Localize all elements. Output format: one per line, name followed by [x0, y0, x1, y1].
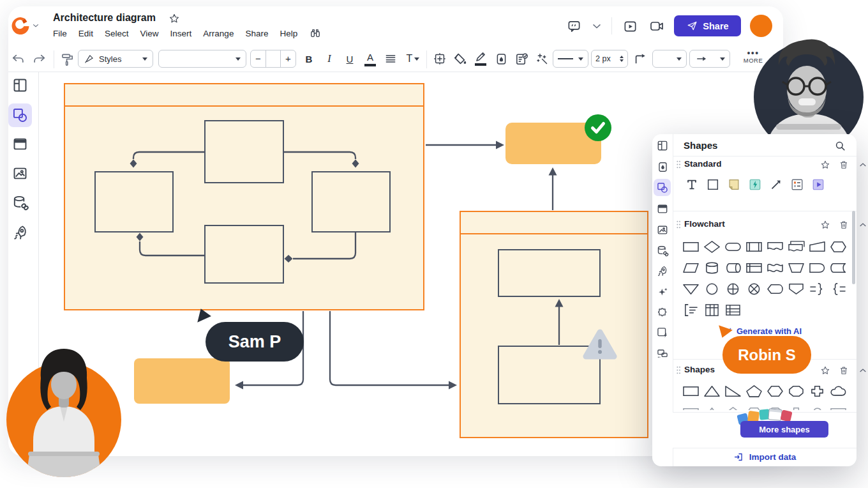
logo-chevron-down-icon[interactable]	[31, 20, 41, 31]
bold-button[interactable]: B	[301, 50, 317, 67]
stepper-arrows-icon[interactable]	[620, 56, 624, 62]
font-size-minus[interactable]: −	[251, 50, 266, 67]
shape-presentation[interactable]	[810, 176, 826, 192]
menu-edit[interactable]: Edit	[79, 29, 93, 38]
shape-preparation[interactable]	[828, 239, 848, 254]
line-width-stepper[interactable]: 2 px	[591, 50, 628, 68]
diagram-box-right[interactable]	[311, 171, 391, 233]
shape-sticky-note[interactable]	[726, 176, 742, 192]
sidebar-item-frames[interactable]	[11, 135, 29, 153]
font-size-plus[interactable]: +	[280, 50, 296, 67]
rail-integrations-icon[interactable]	[655, 305, 670, 320]
panel-scrollbar[interactable]	[852, 211, 855, 284]
italic-button[interactable]: I	[321, 50, 338, 67]
sidebar-item-data[interactable]	[11, 194, 30, 213]
generate-ai-link[interactable]: Generate with AI	[722, 326, 802, 336]
menu-arrange[interactable]: Arrange	[203, 29, 234, 38]
import-data-link[interactable]: Import data	[673, 447, 857, 466]
diagram-box-bottom[interactable]	[204, 225, 284, 284]
shape-predefined-process[interactable]	[744, 239, 764, 254]
favorite-star-icon[interactable]	[819, 365, 830, 376]
position-button[interactable]	[431, 50, 448, 67]
shape-manual-input[interactable]	[807, 239, 827, 254]
notes-button[interactable]	[513, 50, 530, 67]
shape-octagon[interactable]	[786, 383, 806, 399]
trash-icon[interactable]	[838, 365, 849, 376]
line-color-button[interactable]	[472, 50, 489, 68]
undo-button[interactable]	[10, 51, 27, 68]
present-icon[interactable]	[622, 18, 638, 34]
comment-icon[interactable]	[565, 18, 582, 34]
shape-paper-tape[interactable]	[765, 260, 785, 275]
header-chevron-down-icon[interactable]	[590, 19, 604, 33]
shape-cloud[interactable]	[828, 383, 848, 399]
menu-help[interactable]: Help	[280, 29, 297, 38]
diagram-box-c2-top[interactable]	[498, 249, 601, 297]
line-endpoint-dropdown[interactable]	[652, 50, 687, 68]
shape-text[interactable]	[684, 176, 700, 192]
rail-ai-icon[interactable]	[655, 284, 670, 300]
drag-handle-icon[interactable]	[676, 365, 681, 375]
shape-right-triangle[interactable]	[723, 383, 743, 399]
shape-off-page[interactable]	[786, 281, 806, 296]
rail-images-icon[interactable]	[655, 222, 670, 238]
shape-row-table[interactable]	[723, 302, 743, 317]
rail-actions-icon[interactable]	[655, 325, 670, 340]
menu-view[interactable]: View	[140, 29, 159, 38]
redo-button[interactable]	[31, 51, 47, 68]
trash-icon[interactable]	[838, 219, 849, 230]
sidebar-item-shapes[interactable]	[8, 103, 32, 127]
shape-delay[interactable]	[807, 260, 827, 275]
menu-share[interactable]: Share	[245, 29, 268, 38]
diagram-highlight-box-left[interactable]	[134, 358, 230, 404]
shape-process[interactable]	[681, 239, 701, 254]
shape-triangle[interactable]	[702, 383, 722, 399]
rail-shapes-icon[interactable]	[655, 180, 670, 195]
fill-color-button[interactable]	[452, 50, 468, 67]
text-options-button[interactable]: T	[403, 50, 423, 67]
shadow-button[interactable]	[493, 50, 509, 67]
align-button[interactable]	[382, 50, 399, 67]
favorite-star-icon[interactable]	[819, 219, 830, 230]
rail-data-icon[interactable]	[655, 243, 670, 259]
shape-brace-left[interactable]	[828, 281, 848, 296]
shape-internal-storage[interactable]	[744, 260, 764, 275]
connector-type-button[interactable]	[632, 50, 648, 67]
menu-insert[interactable]: Insert	[170, 29, 192, 38]
favorite-star-icon[interactable]	[168, 12, 181, 25]
rail-style-icon[interactable]	[655, 159, 670, 174]
page-title[interactable]: Architecture diagram	[53, 12, 156, 24]
shape-connector[interactable]	[702, 281, 722, 296]
shape-smart-action[interactable]	[747, 176, 763, 192]
shape-cross[interactable]	[807, 383, 827, 399]
rail-templates-icon[interactable]	[655, 138, 670, 153]
shape-summing-junction[interactable]	[744, 281, 764, 296]
sidebar-item-templates[interactable]	[11, 77, 29, 94]
menu-select[interactable]: Select	[105, 29, 129, 38]
share-button[interactable]: Share	[674, 15, 741, 36]
underline-button[interactable]: U	[341, 50, 358, 67]
video-call-icon[interactable]	[648, 18, 665, 34]
shape-document[interactable]	[765, 239, 785, 254]
collapse-chevron-icon[interactable]	[857, 159, 868, 170]
shape-manual-operation[interactable]	[786, 260, 806, 275]
menu-file[interactable]: File	[53, 29, 67, 38]
shape-multiple-documents[interactable]	[786, 239, 806, 254]
shape-merge[interactable]	[681, 281, 701, 296]
shape-column-table[interactable]	[702, 302, 722, 317]
shape-basic-rectangle[interactable]	[681, 383, 701, 399]
font-size-stepper[interactable]: − +	[250, 50, 296, 68]
drag-handle-icon[interactable]	[676, 160, 681, 169]
rail-marketplace-icon[interactable]	[655, 264, 670, 279]
format-painter-button[interactable]	[59, 51, 75, 68]
shape-rectangle[interactable]	[705, 176, 721, 192]
panel-search-icon[interactable]	[834, 139, 846, 152]
shape-brace-right[interactable]	[807, 281, 827, 296]
shape-database[interactable]	[702, 260, 722, 275]
diagram-box-top[interactable]	[204, 120, 284, 183]
rail-frames-icon[interactable]	[655, 201, 670, 217]
shape-pentagon[interactable]	[744, 383, 764, 399]
collapse-chevron-icon[interactable]	[857, 219, 868, 230]
shape-display[interactable]	[765, 281, 785, 296]
shape-hexagon[interactable]	[765, 383, 785, 399]
